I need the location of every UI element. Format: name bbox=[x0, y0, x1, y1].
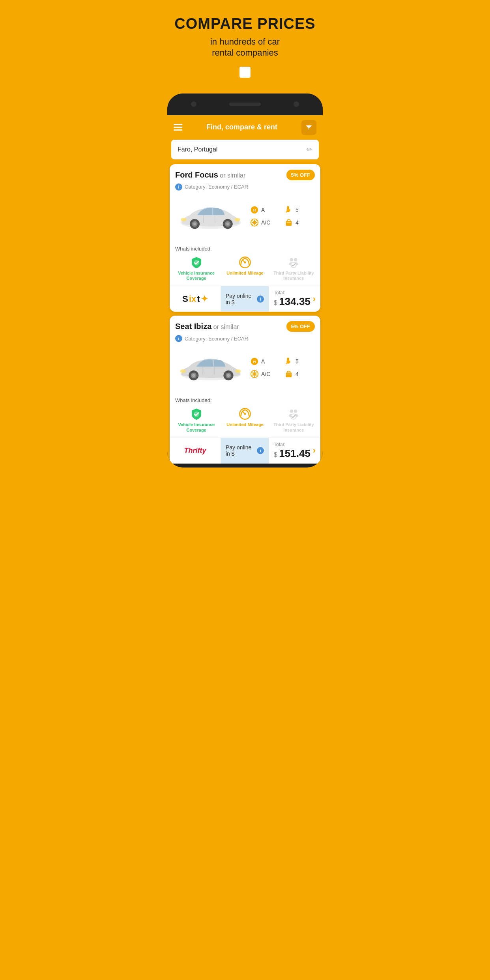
included-2-title: Whats included: bbox=[175, 397, 315, 403]
included-mileage: Unlimited Mileage bbox=[224, 256, 266, 276]
pay-info-icon-2[interactable]: i bbox=[257, 447, 264, 454]
included-third-party: Third Party Liability Insurance bbox=[273, 256, 315, 281]
app-title: Find, compare & rent bbox=[206, 123, 277, 131]
search-location: Faro, Portugal bbox=[178, 146, 217, 153]
pay-online-2[interactable]: Pay online in $ i bbox=[221, 438, 269, 464]
front-camera-left bbox=[191, 101, 196, 107]
sixt-logo: S ix t ✦ bbox=[182, 294, 208, 304]
spec-ac: A/C bbox=[250, 218, 281, 227]
spec-2-ac-text: A/C bbox=[261, 371, 270, 377]
ac-2-icon bbox=[250, 370, 259, 378]
car-1-image bbox=[175, 194, 246, 237]
phone-speaker bbox=[229, 103, 261, 106]
filter-icon bbox=[305, 124, 312, 131]
pay-info-icon-1[interactable]: i bbox=[257, 295, 264, 303]
speedometer-2-icon bbox=[238, 407, 252, 421]
price-row-1: $ 134.35 bbox=[274, 295, 310, 308]
arrow-icon-1: › bbox=[313, 294, 316, 304]
card-2-category-text: Category: Economy / ECAR bbox=[185, 336, 248, 342]
spec-2-bags: 4 bbox=[284, 370, 315, 378]
mileage-2-label: Unlimited Mileage bbox=[226, 422, 264, 427]
hamburger-menu[interactable] bbox=[174, 124, 182, 131]
car-card-ford-focus[interactable]: Ford Focus or similar 5% OFF i Category:… bbox=[170, 164, 320, 312]
mileage-2-icon-container bbox=[238, 407, 252, 421]
card-2-title: Seat Ibiza or similar bbox=[175, 322, 239, 331]
mileage-label: Unlimited Mileage bbox=[226, 271, 264, 276]
hero-indicator bbox=[239, 67, 251, 78]
brand-thrifty: Thrifty bbox=[170, 438, 221, 464]
spec-2-bags-text: 4 bbox=[295, 371, 299, 377]
cards-container: Ford Focus or similar 5% OFF i Category:… bbox=[167, 164, 323, 464]
third-party-2-icon bbox=[287, 407, 300, 421]
thrifty-logo: Thrifty bbox=[184, 447, 206, 455]
svg-rect-16 bbox=[286, 221, 292, 226]
spec-bags-text: 4 bbox=[295, 219, 299, 226]
card-2-header: Seat Ibiza or similar 5% OFF bbox=[170, 316, 320, 335]
dollar-1: $ bbox=[274, 299, 279, 306]
pay-label-1: Pay online in $ bbox=[226, 293, 254, 305]
third-party-2-label: Third Party Liability Insurance bbox=[273, 422, 315, 432]
card-2-body: H A 5 bbox=[170, 345, 320, 394]
spec-2-seats-text: 5 bbox=[295, 358, 299, 365]
filter-button[interactable] bbox=[301, 120, 316, 135]
svg-point-22 bbox=[290, 258, 294, 262]
dollar-2: $ bbox=[274, 451, 279, 458]
card-2-info-icon[interactable]: i bbox=[175, 335, 182, 342]
car-2-image-container bbox=[175, 345, 246, 390]
car-2-image bbox=[175, 345, 246, 389]
total-label-2: Total: bbox=[274, 442, 285, 447]
car-1-image-container bbox=[175, 194, 246, 239]
svg-point-6 bbox=[226, 223, 229, 225]
price-content-1: Total: $ 134.35 bbox=[274, 290, 310, 308]
svg-text:H: H bbox=[253, 208, 256, 212]
third-party-label: Third Party Liability Insurance bbox=[273, 271, 315, 281]
spec-bags: 4 bbox=[284, 218, 315, 227]
card-2-specs: H A 5 bbox=[250, 345, 315, 390]
car-card-seat-ibiza[interactable]: Seat Ibiza or similar 5% OFF i Category:… bbox=[170, 316, 320, 463]
phone-screen: Find, compare & rent Faro, Portugal ✏ Fo… bbox=[167, 115, 323, 464]
price-content-2: Total: $ 151.45 bbox=[274, 442, 310, 460]
card-1-info-icon[interactable]: i bbox=[175, 183, 182, 191]
car-2-similar: or similar bbox=[213, 324, 239, 330]
search-bar[interactable]: Faro, Portugal ✏ bbox=[171, 140, 319, 159]
transmission-2-icon: H bbox=[250, 357, 259, 366]
price-value-1: 134.35 bbox=[279, 295, 310, 307]
card-1-body: H A 5 bbox=[170, 194, 320, 243]
car-2-name: Seat Ibiza bbox=[175, 322, 211, 331]
card-1-category-text: Category: Economy / ECAR bbox=[185, 184, 248, 190]
svg-text:H: H bbox=[253, 360, 256, 364]
card-1-included: Whats included: Vehicle Insu bbox=[170, 243, 320, 286]
svg-rect-41 bbox=[286, 373, 292, 378]
bags-icon bbox=[284, 218, 293, 227]
car-1-similar: or similar bbox=[220, 172, 245, 179]
arrow-icon-2: › bbox=[313, 445, 316, 456]
svg-point-48 bbox=[294, 410, 297, 413]
hamburger-line-1 bbox=[174, 124, 182, 125]
third-party-icon bbox=[287, 256, 300, 269]
card-2-included: Whats included: Vehicle Insurance Covera… bbox=[170, 394, 320, 437]
front-camera-right bbox=[294, 101, 299, 107]
pay-label-2: Pay online in $ bbox=[226, 444, 254, 457]
included-2-items: Vehicle Insurance Coverage bbox=[175, 407, 315, 432]
third-party-2-icon-container bbox=[287, 407, 300, 421]
spec-transmission-text: A bbox=[261, 207, 265, 213]
price-1[interactable]: Total: $ 134.35 › bbox=[269, 286, 320, 312]
svg-point-8 bbox=[181, 218, 186, 221]
price-row-2: $ 151.45 bbox=[274, 447, 310, 460]
svg-point-31 bbox=[227, 374, 230, 377]
hero-subtitle: in hundreds of car rental companies bbox=[171, 36, 319, 59]
hero-section: COMPARE PRICES in hundreds of car rental… bbox=[163, 0, 327, 90]
spec-2-ac: A/C bbox=[250, 370, 281, 378]
spec-2-seats: 5 bbox=[284, 357, 315, 366]
phone-frame: Find, compare & rent Faro, Portugal ✏ Fo… bbox=[167, 94, 323, 468]
insurance-2-label: Vehicle Insurance Coverage bbox=[175, 422, 217, 432]
card-1-header: Ford Focus or similar 5% OFF bbox=[170, 164, 320, 183]
price-2[interactable]: Total: $ 151.45 › bbox=[269, 438, 320, 464]
svg-point-32 bbox=[235, 370, 241, 373]
seats-icon bbox=[284, 206, 293, 214]
pay-online-1[interactable]: Pay online in $ i bbox=[221, 286, 269, 312]
mileage-icon-container bbox=[238, 256, 252, 269]
phone-notch bbox=[167, 94, 323, 115]
spec-2-transmission-text: A bbox=[261, 358, 265, 365]
svg-point-47 bbox=[290, 410, 294, 413]
